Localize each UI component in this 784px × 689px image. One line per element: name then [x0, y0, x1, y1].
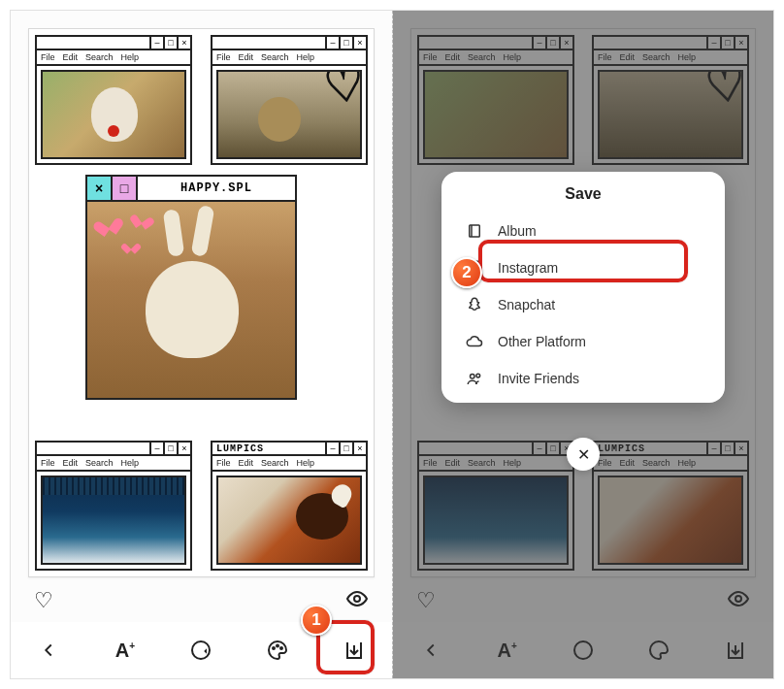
svg-point-3 — [277, 645, 278, 647]
minimize-icon: □ — [113, 177, 138, 200]
window-titlebar: – □ × — [37, 37, 190, 50]
close-icon: ✕ — [577, 445, 590, 464]
retro-window-top-right: –□× File Edit Search Help ♡ — [211, 35, 368, 165]
save-option-instagram[interactable]: Instagram — [441, 249, 725, 286]
svg-point-12 — [471, 375, 475, 379]
titlebar-x-icon: × — [177, 37, 190, 49]
annotation-badge-1: 1 — [301, 605, 332, 636]
menu-help: Help — [121, 52, 140, 62]
svg-point-6 — [574, 641, 592, 659]
collage-canvas: – □ × File Edit Search Help –□× — [28, 28, 375, 577]
menu-item-label: Snapchat — [498, 297, 555, 312]
photo-night — [41, 476, 186, 565]
retro-window-bottom-left: –□× FileEditSearchHelp — [35, 441, 192, 571]
save-option-other[interactable]: Other Platform — [441, 323, 725, 360]
menu-item-label: Other Platform — [498, 334, 586, 349]
svg-point-4 — [280, 647, 282, 649]
svg-point-2 — [273, 647, 275, 649]
text-tool-button[interactable]: A+ — [103, 628, 147, 673]
invite-icon — [465, 370, 484, 387]
heart-icon — [135, 210, 150, 224]
palette-tool-button[interactable] — [255, 628, 300, 673]
menu-item-label: Instagram — [498, 260, 558, 276]
save-option-invite[interactable]: Invite Friends — [441, 360, 725, 397]
download-button[interactable] — [713, 628, 758, 673]
photo-dog — [41, 70, 186, 159]
menu-item-label: Invite Friends — [498, 371, 579, 386]
heart-icon — [125, 240, 137, 249]
bottom-toolbar: A+ — [11, 622, 392, 678]
heart-drawn-icon: ♡ — [320, 70, 362, 115]
center-window-title: HAPPY.SPL — [138, 177, 295, 200]
comparison-container: – □ × File Edit Search Help –□× — [10, 10, 774, 679]
photo-rabbit — [87, 202, 295, 398]
save-modal: Save Album Instagram Snapchat Other Plat… — [441, 172, 725, 403]
modal-close-button[interactable]: ✕ — [567, 438, 600, 471]
photo-cat: ♡ — [216, 70, 362, 159]
panel-separator — [392, 11, 393, 678]
heart-outline-icon[interactable]: ♡ — [34, 588, 53, 613]
retro-window-bottom-right: LUMPICS –□× FileEditSearchHelp — [211, 441, 368, 571]
photo-redpanda — [216, 476, 362, 565]
back-button[interactable] — [408, 628, 453, 673]
download-button[interactable] — [332, 628, 376, 673]
text-tool-button[interactable]: A+ — [485, 628, 530, 673]
palette-tool-button[interactable] — [637, 628, 681, 673]
eye-icon[interactable] — [727, 587, 750, 614]
panel-right: –□× FileEditSearchHelp –□× FileEditSearc… — [392, 11, 773, 678]
back-button[interactable] — [26, 628, 71, 673]
heart-outline-icon[interactable]: ♡ — [416, 588, 436, 613]
window-menu: File Edit Search Help — [37, 50, 190, 66]
sticker-tool-button[interactable] — [561, 628, 605, 673]
cloud-icon — [465, 333, 484, 350]
menu-file: File — [41, 52, 55, 62]
save-option-album[interactable]: Album — [441, 213, 725, 249]
annotation-badge-2: 2 — [451, 257, 482, 288]
svg-point-13 — [476, 374, 480, 377]
retro-window-top-left: – □ × File Edit Search Help — [35, 35, 192, 165]
window-title-lumpics: LUMPICS — [212, 443, 264, 454]
heart-icon — [98, 213, 118, 231]
titlebar-dash-icon: – — [149, 37, 163, 49]
panel-left: – □ × File Edit Search Help –□× — [11, 11, 392, 678]
center-window-titlebar: × □ HAPPY.SPL — [87, 177, 295, 202]
retro-window-center: × □ HAPPY.SPL — [85, 175, 297, 400]
snapchat-icon — [465, 296, 484, 313]
svg-point-5 — [735, 596, 741, 602]
titlebar-square-icon: □ — [163, 37, 177, 49]
album-icon — [465, 222, 484, 240]
svg-point-0 — [354, 596, 360, 602]
save-option-snapchat[interactable]: Snapchat — [441, 286, 725, 323]
sticker-tool-button[interactable] — [179, 628, 223, 673]
save-modal-title: Save — [441, 185, 725, 203]
menu-edit: Edit — [63, 52, 79, 62]
svg-point-1 — [192, 641, 210, 659]
menu-item-label: Album — [498, 223, 537, 239]
close-icon: × — [87, 177, 113, 200]
eye-icon[interactable] — [345, 587, 369, 614]
menu-search: Search — [85, 52, 114, 62]
